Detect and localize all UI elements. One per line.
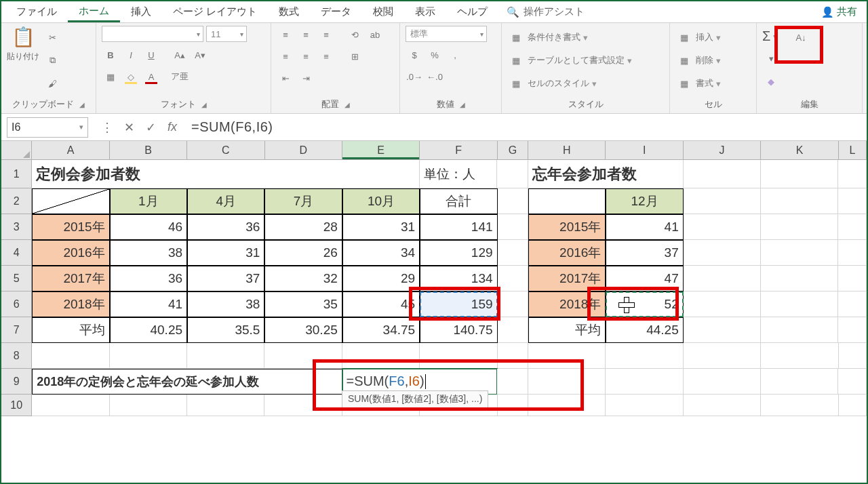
row-header-9[interactable]: 9 bbox=[1, 369, 32, 395]
title-table2[interactable]: 忘年会参加者数 bbox=[528, 160, 684, 188]
cell[interactable] bbox=[187, 395, 264, 416]
format-painter-button[interactable]: 🖌 bbox=[43, 75, 61, 92]
t2-month-0[interactable]: 12月 bbox=[606, 188, 683, 214]
cell[interactable] bbox=[110, 395, 187, 416]
cell[interactable] bbox=[498, 291, 528, 317]
insert-cells-button[interactable]: ▦挿入 ▾ bbox=[675, 28, 721, 46]
t1-v-1-2[interactable]: 26 bbox=[264, 240, 342, 266]
t1-avg-4[interactable]: 140.75 bbox=[420, 317, 497, 343]
font-name-combo[interactable] bbox=[102, 26, 203, 42]
cell[interactable] bbox=[684, 240, 761, 266]
t1-year-1[interactable]: 2016年 bbox=[32, 240, 109, 266]
format-cells-button[interactable]: ▦書式 ▾ bbox=[675, 75, 721, 92]
increase-indent[interactable]: ⇥ bbox=[297, 69, 315, 87]
t1-v-1-0[interactable]: 38 bbox=[110, 240, 187, 266]
t1-month-4[interactable]: 合計 bbox=[420, 188, 497, 214]
alignment-launcher[interactable]: ◢ bbox=[344, 101, 350, 108]
cell[interactable] bbox=[264, 395, 342, 416]
column-header-K[interactable]: K bbox=[761, 141, 838, 159]
align-left[interactable]: ≡ bbox=[277, 47, 294, 65]
t2-v-1[interactable]: 37 bbox=[606, 240, 683, 266]
cell[interactable] bbox=[497, 160, 528, 188]
t1-avg-1[interactable]: 35.5 bbox=[187, 317, 264, 343]
cell[interactable] bbox=[606, 369, 683, 395]
t1-v-0-2[interactable]: 28 bbox=[264, 214, 342, 240]
format-as-table-button[interactable]: ▦テーブルとして書式設定 ▾ bbox=[507, 52, 632, 69]
column-header-A[interactable]: A bbox=[32, 141, 109, 159]
row-header-4[interactable]: 4 bbox=[1, 240, 32, 266]
cell[interactable] bbox=[684, 188, 761, 214]
t1-month-0[interactable]: 1月 bbox=[110, 188, 187, 214]
t2-v-2[interactable]: 47 bbox=[606, 266, 683, 291]
cell[interactable] bbox=[32, 395, 109, 416]
t1-v-3-0[interactable]: 41 bbox=[110, 291, 187, 317]
t1-year-3[interactable]: 2018年 bbox=[32, 291, 109, 317]
t1-v-2-4[interactable]: 134 bbox=[420, 266, 497, 291]
t1-v-3-1[interactable]: 38 bbox=[187, 291, 264, 317]
font-size-combo[interactable]: 11 bbox=[206, 26, 247, 42]
align-top[interactable]: ≡ bbox=[277, 26, 294, 43]
cell[interactable] bbox=[497, 369, 528, 395]
tab-formulas[interactable]: 数式 bbox=[268, 3, 310, 21]
fx-button[interactable]: fx bbox=[163, 118, 182, 137]
row-header-1[interactable]: 1 bbox=[1, 160, 32, 188]
tab-review[interactable]: 校閲 bbox=[362, 3, 404, 21]
cell[interactable] bbox=[498, 343, 528, 369]
row-header-2[interactable]: 2 bbox=[1, 188, 32, 214]
diag-header[interactable] bbox=[32, 188, 109, 214]
copy-button[interactable]: ⧉ bbox=[43, 52, 61, 69]
delete-cells-button[interactable]: ▦削除 ▾ bbox=[675, 52, 721, 69]
cell[interactable] bbox=[528, 343, 606, 369]
enter-formula-button[interactable]: ✓ bbox=[141, 118, 160, 137]
cell[interactable] bbox=[528, 395, 606, 416]
tell-me-search[interactable]: 🔍 操作アシスト bbox=[498, 5, 593, 18]
cell[interactable] bbox=[761, 395, 838, 416]
cell[interactable] bbox=[498, 266, 528, 291]
t1-v-2-0[interactable]: 36 bbox=[110, 266, 187, 291]
t1-v-3-2[interactable]: 35 bbox=[264, 291, 342, 317]
clipboard-launcher[interactable]: ◢ bbox=[79, 101, 85, 108]
t1-month-3[interactable]: 10月 bbox=[342, 188, 420, 214]
cell[interactable] bbox=[684, 317, 761, 343]
column-header-G[interactable]: G bbox=[498, 141, 528, 159]
t1-v-2-2[interactable]: 32 bbox=[264, 266, 342, 291]
cell[interactable] bbox=[498, 395, 528, 416]
t1-year-0[interactable]: 2015年 bbox=[32, 214, 109, 240]
t2-v-0[interactable]: 41 bbox=[606, 214, 683, 240]
t1-v-1-3[interactable]: 34 bbox=[342, 240, 420, 266]
wrap-text-button[interactable]: ab bbox=[366, 26, 384, 43]
tab-page-layout[interactable]: ページ レイアウト bbox=[162, 3, 268, 21]
paste-icon[interactable]: 📋 bbox=[12, 26, 35, 48]
spreadsheet-grid[interactable]: ABCDEFGHIJKL 1定例会参加者数単位：人忘年会参加者数21月4月7月1… bbox=[1, 141, 867, 416]
t2-year-2[interactable]: 2017年 bbox=[528, 266, 606, 291]
increase-decimal[interactable]: .0→ bbox=[406, 68, 423, 85]
font-launcher[interactable]: ◢ bbox=[201, 101, 207, 108]
number-launcher[interactable]: ◢ bbox=[460, 101, 465, 108]
align-bottom[interactable]: ≡ bbox=[317, 26, 335, 43]
share-button[interactable]: 👤 共有 bbox=[816, 5, 863, 18]
column-header-C[interactable]: C bbox=[187, 141, 264, 159]
align-right[interactable]: ≡ bbox=[317, 47, 335, 65]
tab-file[interactable]: ファイル bbox=[5, 3, 68, 21]
t1-v-1-4[interactable]: 129 bbox=[420, 240, 497, 266]
comma-button[interactable]: , bbox=[446, 46, 464, 64]
orientation-button[interactable]: ⟲ bbox=[346, 26, 363, 43]
t1-year-2[interactable]: 2017年 bbox=[32, 266, 109, 291]
tab-data[interactable]: データ bbox=[310, 3, 362, 21]
autosum-button[interactable]: Σ ▾ bbox=[762, 28, 780, 44]
t1-v-0-4[interactable]: 141 bbox=[420, 214, 497, 240]
tab-help[interactable]: ヘルプ bbox=[446, 3, 498, 21]
cell[interactable] bbox=[606, 395, 683, 416]
blank[interactable] bbox=[528, 188, 606, 214]
t2-year-0[interactable]: 2015年 bbox=[528, 214, 606, 240]
cell[interactable] bbox=[838, 188, 867, 214]
cell[interactable] bbox=[761, 160, 838, 188]
cell[interactable] bbox=[761, 291, 838, 317]
cell[interactable] bbox=[684, 214, 761, 240]
row-header-10[interactable]: 10 bbox=[1, 395, 32, 416]
cell[interactable] bbox=[110, 343, 187, 369]
cell[interactable] bbox=[838, 240, 867, 266]
cancel-formula-button[interactable]: ✕ bbox=[119, 118, 138, 137]
cut-button[interactable]: ✂ bbox=[43, 28, 61, 46]
cell[interactable] bbox=[761, 188, 838, 214]
